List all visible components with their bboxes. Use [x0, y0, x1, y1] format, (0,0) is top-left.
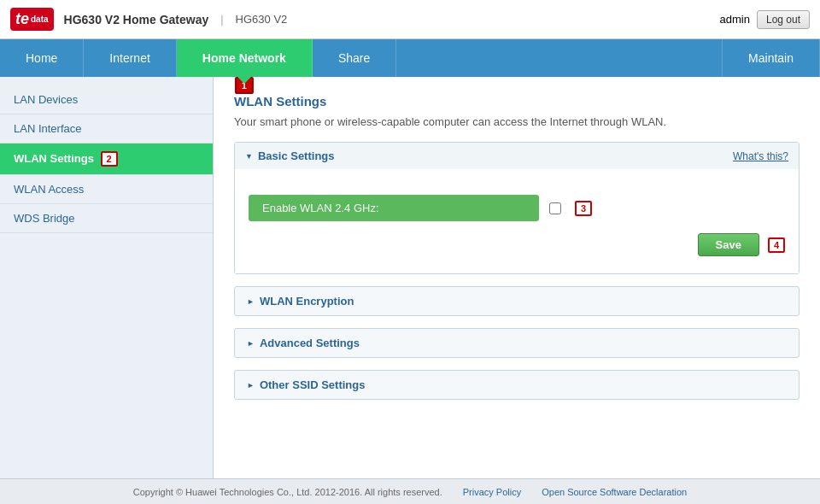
nav-item-share[interactable]: Share — [313, 39, 396, 77]
other-ssid-label: Other SSID Settings — [260, 378, 366, 391]
wlan-enable-checkbox[interactable] — [549, 202, 561, 214]
admin-label: admin — [720, 13, 750, 26]
header-separator: | — [220, 13, 223, 26]
whats-this-link[interactable]: What's this? — [733, 150, 788, 162]
basic-settings-label: Basic Settings — [258, 149, 335, 162]
badge-4: 4 — [768, 237, 785, 253]
footer: Copyright © Huawei Technologies Co., Ltd… — [0, 478, 820, 504]
nav-item-home[interactable]: Home — [0, 39, 84, 77]
nav-home-network-label: Home Network — [202, 51, 286, 65]
sidebar-item-wlan-settings[interactable]: WLAN Settings 2 — [0, 144, 213, 175]
logout-button[interactable]: Log out — [757, 10, 810, 29]
wlan-enable-label: Enable WLAN 2.4 GHz: — [249, 195, 539, 221]
sidebar-item-lan-devices[interactable]: LAN Devices — [0, 85, 213, 114]
save-row: Save 4 — [249, 233, 785, 256]
sidebar-lan-interface-label: LAN Interface — [14, 122, 82, 135]
main-layout: LAN Devices LAN Interface WLAN Settings … — [0, 77, 820, 478]
sidebar-lan-devices-label: LAN Devices — [14, 93, 78, 106]
advanced-settings-label: Advanced Settings — [260, 337, 360, 349]
nav-home-label: Home — [26, 51, 57, 65]
header: te data HG630 V2 Home Gateway | HG630 V2… — [0, 0, 820, 39]
nav-badge-1: 1 — [235, 77, 254, 94]
sidebar-wds-bridge-label: WDS Bridge — [14, 212, 75, 225]
wlan-encryption-header[interactable]: ► WLAN Encryption — [235, 287, 799, 315]
advanced-settings-section: ► Advanced Settings — [234, 328, 800, 358]
nav-item-internet[interactable]: Internet — [84, 39, 176, 77]
basic-settings-arrow: ▼ — [245, 152, 253, 161]
wlan-encryption-label: WLAN Encryption — [260, 295, 354, 308]
header-subtitle: HG630 V2 — [236, 13, 288, 26]
logo-data: data — [31, 15, 49, 24]
other-ssid-arrow: ► — [247, 381, 255, 390]
sidebar-wlan-settings-label: WLAN Settings — [14, 152, 94, 165]
basic-settings-header: ▼ Basic Settings What's this? — [235, 143, 799, 169]
advanced-settings-header[interactable]: ► Advanced Settings — [235, 329, 799, 357]
basic-settings-body: Enable WLAN 2.4 GHz: 3 Save 4 — [235, 169, 799, 273]
nav-maintain-label: Maintain — [748, 51, 794, 65]
badge-3: 3 — [575, 201, 592, 216]
advanced-settings-arrow: ► — [247, 339, 255, 348]
sidebar-wlan-access-label: WLAN Access — [14, 183, 84, 196]
wlan-enable-row: Enable WLAN 2.4 GHz: 3 — [249, 195, 785, 221]
sidebar-item-wds-bridge[interactable]: WDS Bridge — [0, 204, 213, 233]
open-source-link[interactable]: Open Source Software Declaration — [542, 487, 687, 497]
save-button[interactable]: Save — [698, 233, 759, 256]
sidebar-item-wlan-access[interactable]: WLAN Access — [0, 175, 213, 204]
header-right: admin Log out — [720, 10, 810, 29]
wlan-encryption-arrow: ► — [247, 297, 255, 306]
content-area: WLAN Settings Your smart phone or wirele… — [214, 77, 820, 478]
nav-item-home-network[interactable]: Home Network 1 — [177, 39, 313, 77]
page-description: Your smart phone or wireless-capable com… — [234, 115, 800, 128]
wlan-enable-text: Enable WLAN 2.4 GHz: — [262, 202, 379, 214]
sidebar-item-lan-interface[interactable]: LAN Interface — [0, 114, 213, 144]
basic-settings-title[interactable]: ▼ Basic Settings — [245, 149, 335, 162]
other-ssid-section: ► Other SSID Settings — [234, 370, 800, 400]
sidebar: LAN Devices LAN Interface WLAN Settings … — [0, 77, 214, 478]
logo-box: te data — [10, 8, 54, 31]
basic-settings-section: ▼ Basic Settings What's this? Enable WLA… — [234, 142, 800, 274]
page-title: WLAN Settings — [234, 94, 800, 108]
privacy-policy-link[interactable]: Privacy Policy — [463, 487, 521, 497]
nav-internet-label: Internet — [109, 51, 149, 65]
logo-te: te — [15, 10, 29, 28]
header-title: HG630 V2 Home Gateway — [64, 13, 209, 26]
other-ssid-header[interactable]: ► Other SSID Settings — [235, 371, 799, 399]
logo-area: te data HG630 V2 Home Gateway | HG630 V2 — [10, 8, 287, 31]
nav-item-maintain[interactable]: Maintain — [722, 39, 820, 77]
wlan-encryption-section: ► WLAN Encryption — [234, 286, 800, 316]
sidebar-badge-2: 2 — [101, 151, 118, 167]
nav-bar: Home Internet Home Network 1 Share Maint… — [0, 39, 820, 77]
nav-share-label: Share — [338, 51, 370, 65]
copyright-text: Copyright © Huawei Technologies Co., Ltd… — [133, 487, 442, 497]
